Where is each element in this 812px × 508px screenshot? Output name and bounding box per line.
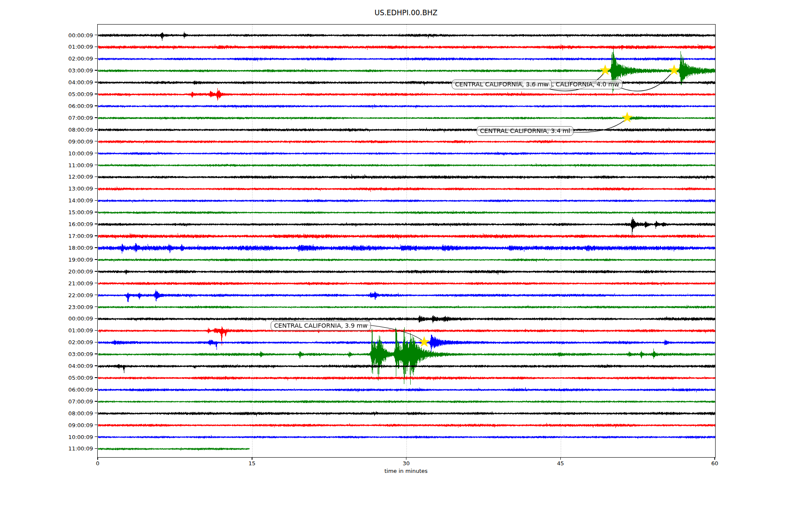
x-tick-label: 60 [702,460,727,467]
page-title: US.EDHPI.00.BHZ [0,8,812,17]
row-time-label: 02:00:09 [59,339,93,345]
y-tick-mark [95,401,97,402]
row-time-label: 05:00:09 [59,91,93,97]
row-time-label: 01:00:09 [59,327,93,334]
row-time-label: 08:00:09 [59,126,93,133]
row-time-label: 03:00:09 [59,351,93,357]
y-tick-mark [95,295,97,295]
row-time-label: 11:00:09 [59,162,93,168]
y-tick-mark [95,200,97,201]
y-tick-mark [95,224,97,224]
x-tick-label: 45 [548,460,573,467]
row-time-label: 02:00:09 [59,55,93,62]
row-time-label: 06:00:09 [59,102,93,109]
row-time-label: 20:00:09 [59,268,93,274]
y-tick-mark [95,70,97,71]
row-time-label: 13:00:09 [59,185,93,192]
y-tick-mark [95,342,97,343]
row-time-label: 03:00:09 [59,67,93,74]
row-time-label: 14:00:09 [59,197,93,204]
row-time-label: 07:00:09 [59,114,93,121]
y-tick-mark [95,318,97,319]
x-tick-label: 30 [394,460,419,467]
row-time-label: 11:00:09 [59,445,93,452]
y-tick-mark [95,105,97,106]
row-time-label: 00:00:09 [59,32,93,38]
y-tick-mark [95,389,97,390]
x-tick-mark [714,458,715,460]
y-tick-mark [95,377,97,378]
y-tick-mark [95,353,97,354]
y-tick-mark [95,259,97,260]
row-time-label: 16:00:09 [59,221,93,227]
y-tick-mark [95,365,97,366]
event-annotation[interactable]: CENTRAL CALIFORNIA, 3.9 mw [271,321,371,331]
y-tick-mark [95,436,97,437]
row-time-label: 07:00:09 [59,398,93,404]
row-time-label: 04:00:09 [59,363,93,369]
row-time-label: 09:00:09 [59,138,93,144]
y-tick-mark [95,283,97,284]
y-tick-mark [95,306,97,307]
event-annotation[interactable]: CENTRAL CALIFORNIA, 3.4 ml [477,126,573,136]
y-tick-mark [95,117,97,118]
y-tick-mark [95,129,97,130]
y-tick-mark [95,47,97,47]
x-tick-mark [406,458,407,460]
y-tick-mark [95,413,97,414]
y-tick-mark [95,212,97,213]
helicorder-window: US.EDHPI.00.BHZ 00:00:0901:00:0902:00:09… [0,0,812,508]
row-time-label: 01:00:09 [59,44,93,50]
x-tick-label: 0 [85,460,110,467]
y-tick-mark [95,141,97,142]
y-tick-mark [95,94,97,94]
row-time-label: 17:00:09 [59,233,93,239]
y-tick-mark [95,177,97,177]
row-time-label: 15:00:09 [59,209,93,215]
helicorder-plot [97,24,716,458]
y-tick-mark [95,425,97,425]
row-time-label: 05:00:09 [59,375,93,381]
row-time-label: 23:00:09 [59,304,93,310]
row-time-label: 10:00:09 [59,150,93,156]
row-time-label: 10:00:09 [59,433,93,440]
row-time-label: 22:00:09 [59,292,93,298]
x-tick-mark [560,458,561,460]
row-time-label: 18:00:09 [59,244,93,251]
x-tick-label: 15 [239,460,265,467]
x-axis-title: time in minutes [0,468,812,474]
y-tick-mark [95,58,97,59]
y-tick-mark [95,247,97,248]
x-tick-mark [97,458,98,460]
row-time-label: 09:00:09 [59,422,93,428]
x-tick-mark [252,458,252,460]
y-tick-mark [95,165,97,166]
row-time-label: 08:00:09 [59,410,93,416]
y-tick-mark [95,35,97,36]
row-time-label: 04:00:09 [59,79,93,86]
y-tick-mark [95,271,97,272]
y-tick-mark [95,330,97,331]
y-tick-mark [95,448,97,449]
row-time-label: 21:00:09 [59,280,93,286]
event-annotation[interactable]: CENTRAL CALIFORNIA, 3.6 mw [452,80,552,89]
row-time-label: 12:00:09 [59,174,93,180]
y-tick-mark [95,82,97,83]
seismogram-canvas [98,25,715,457]
row-time-label: 00:00:09 [59,315,93,322]
y-tick-mark [95,153,97,154]
y-tick-mark [95,188,97,189]
row-time-label: 06:00:09 [59,386,93,392]
y-tick-mark [95,235,97,236]
row-time-label: 19:00:09 [59,256,93,262]
